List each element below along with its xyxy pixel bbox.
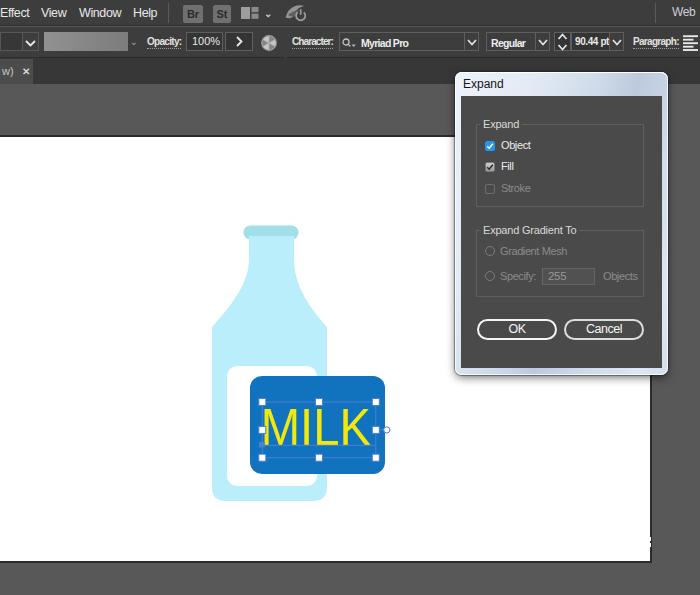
svg-text:MILK: MILK bbox=[261, 398, 371, 457]
